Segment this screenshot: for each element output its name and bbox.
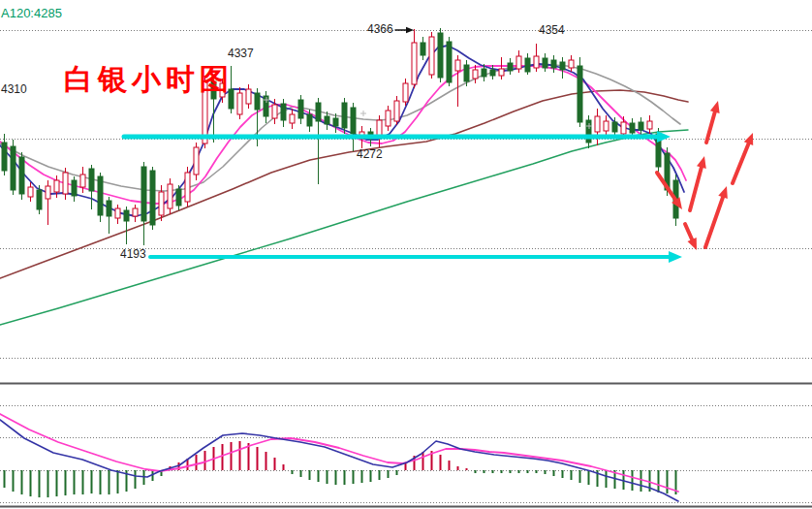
candle-down <box>560 62 565 70</box>
candle-down <box>508 63 513 71</box>
candle-down <box>255 93 260 110</box>
candle-down <box>612 122 617 132</box>
candle-down <box>124 210 129 221</box>
candle-up <box>272 105 277 118</box>
candle-up <box>647 121 652 129</box>
candle-down <box>150 171 155 225</box>
candle-up <box>290 114 295 123</box>
candle-down <box>333 118 338 126</box>
candle-up <box>473 70 478 79</box>
candle-up <box>185 173 190 202</box>
black-pointer-arrow-layer <box>395 27 414 34</box>
price-label-4310: 4310 <box>1 83 27 95</box>
candle-up <box>394 101 399 121</box>
candle-down <box>490 70 495 76</box>
candle-down <box>307 114 312 126</box>
candle-up <box>237 93 242 114</box>
price-label-4272: 4272 <box>357 148 383 160</box>
candle-up <box>115 208 120 218</box>
candle-down <box>11 146 16 190</box>
candle-down <box>464 65 469 81</box>
price-label-4193: 4193 <box>120 248 146 260</box>
price-label-4337: 4337 <box>228 48 254 59</box>
candle-up <box>133 208 138 216</box>
candle-up <box>569 60 574 68</box>
candle-up <box>516 56 521 69</box>
candle-down <box>72 180 77 196</box>
candle-up <box>168 184 172 208</box>
macd-panel-layer <box>0 414 678 501</box>
candle-up <box>403 83 408 102</box>
candle-down <box>107 201 111 216</box>
candle-up <box>46 186 50 199</box>
cyan-level-arrows-layer <box>124 131 682 263</box>
candle-down <box>578 66 582 122</box>
candle-up <box>54 180 59 192</box>
candle-down <box>482 69 486 77</box>
candle-down <box>543 58 547 68</box>
candle-down <box>447 42 452 82</box>
candle-up <box>499 69 504 76</box>
candle-down <box>141 167 146 221</box>
candle-down <box>351 108 356 134</box>
panel-borders-layer <box>0 384 812 507</box>
trading-chart-window: A120:4285 白银小时图 431043374366427243544193 <box>0 0 812 509</box>
candle-down <box>19 157 24 194</box>
candle-up <box>159 192 164 215</box>
candle-up <box>412 43 417 84</box>
candle-down <box>421 43 425 55</box>
candle-up <box>604 121 609 131</box>
candle-up <box>63 173 68 194</box>
candle-down <box>630 123 635 133</box>
candle-down <box>316 103 321 121</box>
candle-down <box>325 116 329 124</box>
candle-down <box>176 189 181 206</box>
candle-up <box>80 175 85 187</box>
candle-up <box>429 37 434 75</box>
candle-up <box>194 147 199 175</box>
candle-down <box>37 190 42 209</box>
candle-down <box>298 100 303 118</box>
candle-down <box>89 169 94 191</box>
ma-green-line <box>0 130 688 325</box>
candle-up <box>595 116 600 132</box>
candle-up <box>246 89 251 104</box>
candle-down <box>98 176 103 215</box>
chart-title: 白银小时图 <box>64 60 234 100</box>
candle-up <box>621 122 626 134</box>
candle-up <box>386 111 390 126</box>
candle-down <box>639 122 643 130</box>
candle-down <box>342 103 347 128</box>
candle-down <box>2 143 7 171</box>
macd-dif-line <box>0 420 678 501</box>
price-label-4366: 4366 <box>367 23 393 35</box>
candle-down <box>281 104 286 120</box>
price-label-4354: 4354 <box>539 24 565 36</box>
candle-down <box>525 58 530 72</box>
candle-down <box>438 33 443 78</box>
ma120-indicator-value: A120:4285 <box>1 6 62 20</box>
candle-up <box>28 187 33 197</box>
candle-down <box>551 60 556 68</box>
candle-up <box>534 56 539 68</box>
red-projection-arrows-layer <box>657 101 753 250</box>
candle-up <box>455 60 460 71</box>
